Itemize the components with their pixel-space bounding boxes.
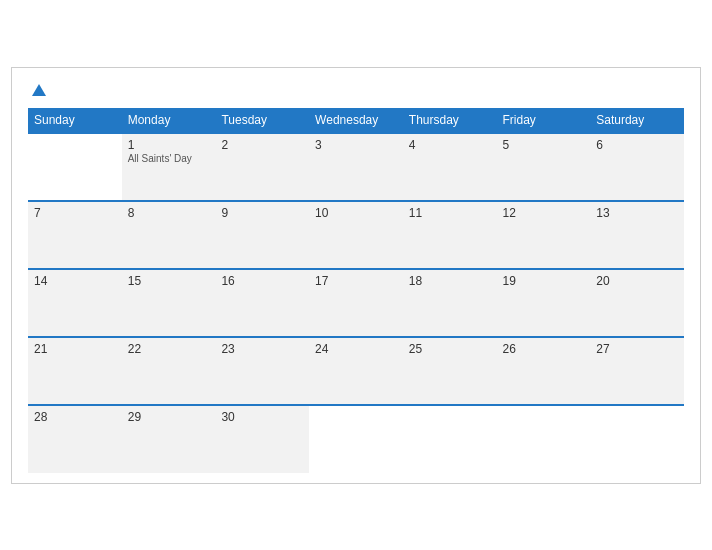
day-number: 11 [409,206,491,220]
day-of-week-header: Friday [497,108,591,133]
day-number: 16 [221,274,303,288]
day-number: 26 [503,342,585,356]
calendar-header [28,84,684,96]
calendar-day-cell: 10 [309,201,403,269]
days-of-week-row: SundayMondayTuesdayWednesdayThursdayFrid… [28,108,684,133]
day-number: 21 [34,342,116,356]
day-number: 13 [596,206,678,220]
day-number: 12 [503,206,585,220]
day-number: 9 [221,206,303,220]
day-number: 25 [409,342,491,356]
calendar-day-cell: 25 [403,337,497,405]
calendar-day-cell: 9 [215,201,309,269]
holiday-label: All Saints' Day [128,153,210,164]
calendar-day-cell: 16 [215,269,309,337]
calendar-table: SundayMondayTuesdayWednesdayThursdayFrid… [28,108,684,473]
day-number: 2 [221,138,303,152]
calendar-day-cell: 7 [28,201,122,269]
calendar-day-cell: 14 [28,269,122,337]
calendar-day-cell [590,405,684,473]
day-number: 20 [596,274,678,288]
calendar-day-cell [309,405,403,473]
calendar-day-cell: 30 [215,405,309,473]
logo-blue-text [28,84,46,96]
calendar-day-cell: 27 [590,337,684,405]
calendar-header-row: SundayMondayTuesdayWednesdayThursdayFrid… [28,108,684,133]
calendar-day-cell: 6 [590,133,684,201]
calendar-day-cell: 3 [309,133,403,201]
day-number: 7 [34,206,116,220]
calendar-day-cell: 11 [403,201,497,269]
calendar-day-cell: 15 [122,269,216,337]
calendar-day-cell: 23 [215,337,309,405]
calendar-week-row: 21222324252627 [28,337,684,405]
calendar-day-cell [28,133,122,201]
day-number: 28 [34,410,116,424]
day-number: 23 [221,342,303,356]
logo [28,84,46,96]
calendar-day-cell [497,405,591,473]
calendar-day-cell: 19 [497,269,591,337]
day-of-week-header: Tuesday [215,108,309,133]
calendar-day-cell: 20 [590,269,684,337]
calendar-day-cell: 28 [28,405,122,473]
calendar-day-cell: 17 [309,269,403,337]
day-number: 19 [503,274,585,288]
day-number: 5 [503,138,585,152]
calendar-day-cell: 22 [122,337,216,405]
calendar-body: 1All Saints' Day234567891011121314151617… [28,133,684,473]
calendar-day-cell: 24 [309,337,403,405]
calendar-day-cell [403,405,497,473]
logo-triangle-icon [32,84,46,96]
calendar-day-cell: 18 [403,269,497,337]
calendar-week-row: 1All Saints' Day23456 [28,133,684,201]
day-number: 3 [315,138,397,152]
day-number: 15 [128,274,210,288]
day-number: 6 [596,138,678,152]
calendar-day-cell: 4 [403,133,497,201]
day-of-week-header: Sunday [28,108,122,133]
day-number: 10 [315,206,397,220]
calendar-container: SundayMondayTuesdayWednesdayThursdayFrid… [11,67,701,484]
day-number: 17 [315,274,397,288]
calendar-day-cell: 2 [215,133,309,201]
day-number: 8 [128,206,210,220]
calendar-day-cell: 1All Saints' Day [122,133,216,201]
day-number: 22 [128,342,210,356]
calendar-day-cell: 8 [122,201,216,269]
calendar-day-cell: 21 [28,337,122,405]
calendar-day-cell: 29 [122,405,216,473]
day-number: 29 [128,410,210,424]
day-number: 24 [315,342,397,356]
calendar-day-cell: 12 [497,201,591,269]
day-number: 1 [128,138,210,152]
calendar-week-row: 78910111213 [28,201,684,269]
day-of-week-header: Wednesday [309,108,403,133]
day-number: 27 [596,342,678,356]
day-number: 4 [409,138,491,152]
calendar-day-cell: 26 [497,337,591,405]
calendar-day-cell: 13 [590,201,684,269]
day-number: 30 [221,410,303,424]
day-of-week-header: Saturday [590,108,684,133]
day-of-week-header: Monday [122,108,216,133]
day-number: 14 [34,274,116,288]
calendar-day-cell: 5 [497,133,591,201]
calendar-week-row: 282930 [28,405,684,473]
day-number: 18 [409,274,491,288]
day-of-week-header: Thursday [403,108,497,133]
calendar-week-row: 14151617181920 [28,269,684,337]
